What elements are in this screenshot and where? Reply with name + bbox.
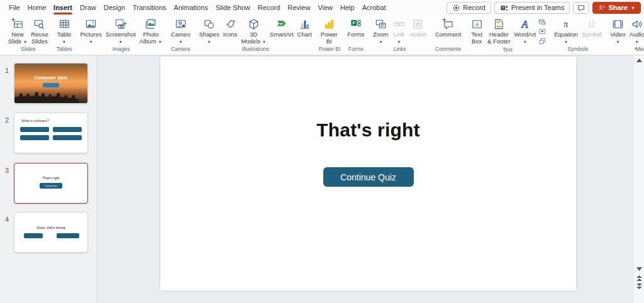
ribbon-text-box-button[interactable]: ATextBox (468, 16, 486, 45)
equation-icon: π (559, 18, 572, 31)
menu-tab-home[interactable]: Home (24, 1, 50, 15)
previous-slide-button[interactable] (636, 275, 642, 282)
ribbon-button-label: Photo (143, 31, 158, 38)
ribbon-button-label: WordArt (514, 31, 536, 38)
dropdown-chevron-icon: ▼ (119, 38, 123, 45)
ribbon-forms-button[interactable]: FForms (345, 16, 366, 38)
ribbon-comment-button[interactable]: Comment (433, 16, 463, 38)
slide-canvas[interactable]: That's right Continue Quiz (160, 57, 576, 290)
answer-button (20, 127, 49, 132)
menu-tab-design[interactable]: Design (100, 1, 129, 15)
comment-icon (441, 18, 455, 31)
menu-tab-review[interactable]: Review (284, 1, 314, 15)
ribbon-pictures-button[interactable]: Pictures▼ (78, 16, 103, 45)
slide-thumbnail-1[interactable]: Computer Quiz (14, 63, 88, 104)
next-slide-button[interactable] (636, 284, 642, 290)
ribbon-new-slide-button[interactable]: NewSlide ▼ (6, 16, 29, 45)
ribbon-icons-button[interactable]: Icons (221, 16, 240, 38)
ribbon-symbol-button: ΩSymbol (580, 16, 604, 38)
symbol-icon: Ω (585, 18, 598, 31)
ribbon-3d-models-button[interactable]: 3DModels ▼ (239, 16, 268, 45)
ribbon-equation-button[interactable]: πEquation▼ (552, 16, 580, 45)
ribbon-button-label: Cameo (171, 31, 191, 38)
zoom-icon (374, 18, 387, 31)
continue-quiz-button[interactable]: Continue Quiz (323, 167, 414, 187)
slide-number-icon (538, 28, 547, 36)
ribbon-group-comments: CommentComments (432, 16, 464, 55)
next-slide-icon (636, 284, 642, 290)
ribbon-screenshot-button[interactable]: Screenshot▼ (104, 16, 138, 45)
share-button[interactable]: Share ▼ (592, 2, 641, 14)
thumb-start-button (43, 83, 59, 87)
menu-tab-animations[interactable]: Animations (170, 1, 211, 15)
vertical-scrollbar[interactable] (634, 55, 644, 303)
dropdown-chevron-icon: ▼ (616, 38, 619, 45)
shapes-icon (203, 18, 216, 31)
ribbon-button-label: Video (610, 31, 625, 38)
ribbon-power-bi-button[interactable]: PowerBI (319, 16, 340, 45)
svg-text:T: T (502, 6, 504, 9)
svg-text:Ω: Ω (588, 19, 595, 29)
scroll-down-button[interactable] (636, 266, 642, 272)
comments-pane-button[interactable] (573, 2, 589, 14)
menu-tab-view[interactable]: View (314, 1, 336, 15)
thumb-left-button (24, 233, 43, 238)
video-icon (611, 18, 625, 31)
ribbon-table-button[interactable]: Table▼ (55, 16, 74, 45)
slide-thumbnail-4[interactable]: Oops, that's wrong (14, 212, 88, 253)
ribbon-zoom-button[interactable]: Zoom▼ (371, 16, 390, 45)
action-icon (411, 18, 425, 31)
share-label: Share (608, 4, 628, 11)
ribbon-slide-number-button[interactable] (538, 28, 547, 36)
ribbon-wordart-button[interactable]: AWordArt▼ (513, 16, 538, 45)
scroll-up-button[interactable] (636, 57, 642, 63)
power-bi-icon (323, 18, 336, 31)
slide-thumbnail-2[interactable]: What is software? (14, 113, 88, 153)
ribbon-group-name: Power BI (319, 45, 341, 55)
menu-tab-help[interactable]: Help (336, 1, 358, 15)
dropdown-chevron-icon: ▼ (179, 38, 182, 45)
menu-tab-record[interactable]: Record (254, 1, 284, 15)
ribbon-reuse-slides-button[interactable]: ReuseSlides (29, 16, 50, 45)
ribbon-shapes-button[interactable]: Shapes▼ (197, 16, 221, 45)
ribbon-chart-button[interactable]: Chart (296, 16, 314, 38)
present-in-teams-button[interactable]: T Present in Teams (494, 2, 570, 14)
ribbon-group-name: Illustrations (197, 45, 313, 55)
previous-slide-icon (636, 275, 642, 282)
record-button[interactable]: Record (447, 2, 491, 14)
svg-text:π: π (564, 19, 568, 29)
ribbon-header-footer-button[interactable]: Header& Footer (486, 16, 512, 45)
collapse-ribbon-chevron-icon[interactable]: ⌄ (633, 43, 638, 50)
ribbon-button-label: Audio (630, 31, 644, 38)
ribbon-photo-album-button[interactable]: PhotoAlbum ▼ (138, 16, 164, 45)
menu-tab-transitions[interactable]: Transitions (129, 1, 170, 15)
record-icon (452, 4, 460, 12)
slide-title-text[interactable]: That's right (160, 119, 576, 141)
ribbon-date-and-time-button[interactable] (538, 18, 547, 26)
ribbon-group-illustrations: Shapes▼Icons3DModels ▼SmartArtChartIllus… (196, 16, 314, 55)
svg-text:F: F (353, 20, 356, 26)
menu-tab-draw[interactable]: Draw (76, 1, 100, 15)
ribbon-cameo-button[interactable]: Cameo▼ (169, 16, 192, 45)
menu-tabs: FileHomeInsertDrawDesignTransitionsAnima… (5, 1, 390, 15)
menu-tab-insert[interactable]: Insert (50, 1, 76, 15)
sunset-background-image: Computer Quiz (14, 63, 87, 103)
teams-icon: T (500, 4, 509, 12)
ribbon-action-button: Action (408, 16, 428, 38)
menu-tab-slide-show[interactable]: Slide Show (212, 1, 254, 15)
people-silhouette-image (14, 89, 87, 103)
text-box-icon: A (470, 18, 484, 31)
audio-icon (630, 18, 643, 31)
slide-thumbnail-3[interactable]: That's rightContinue Quiz (14, 163, 88, 204)
ribbon-audio-button[interactable]: Audio▼ (628, 16, 644, 45)
ribbon-smartart-button[interactable]: SmartArt (268, 16, 295, 38)
reuse-slides-icon (33, 18, 46, 31)
ribbon-button-label: Power (321, 31, 338, 38)
menu-tab-acrobat[interactable]: Acrobat (358, 1, 390, 15)
ribbon-group-name: Symbols (552, 45, 603, 55)
ribbon-insert-object-button[interactable] (538, 37, 547, 45)
ribbon-button-label: Text (471, 31, 482, 38)
menu-tab-file[interactable]: File (5, 1, 24, 15)
ribbon-button-label: Slides (31, 38, 48, 45)
ribbon-video-button[interactable]: Video▼ (608, 16, 627, 45)
